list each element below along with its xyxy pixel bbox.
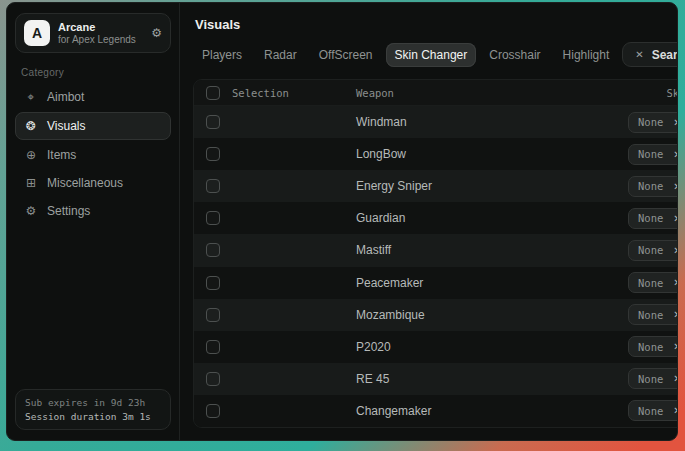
- skin-value: None: [638, 116, 663, 128]
- table-row: Peacemaker None ✕: [194, 267, 678, 299]
- column-header-skin: Skin: [602, 87, 678, 99]
- weapon-rows: Windman None ✕ LongBow None ✕ Energy Sni…: [194, 106, 678, 427]
- skin-select-button[interactable]: None ✕: [628, 112, 678, 133]
- weapon-name: Peacemaker: [356, 276, 602, 290]
- row-checkbox[interactable]: [206, 243, 220, 257]
- profile-text: Arcane for Apex Legends: [58, 21, 143, 45]
- clear-skin-icon[interactable]: ✕: [673, 405, 678, 416]
- skin-value: None: [638, 405, 663, 417]
- table-row: Changemaker None ✕: [194, 395, 678, 427]
- sidebar: A Arcane for Apex Legends ⚙ Category ⌖ A…: [7, 3, 180, 440]
- clear-skin-icon[interactable]: ✕: [673, 245, 678, 256]
- column-header-selection: Selection: [232, 87, 289, 99]
- search-shortcut-icon: ✕: [635, 49, 643, 60]
- skin-select-button[interactable]: None ✕: [628, 144, 678, 165]
- category-label: Category: [21, 67, 165, 78]
- table-header-row: Selection Weapon Skin: [194, 80, 678, 106]
- settings-gear-icon: ⚙: [24, 204, 38, 218]
- sidebar-nav: ⌖ Aimbot ❂ Visuals ⊕ Items ⊞ Miscellaneo…: [15, 84, 171, 224]
- table-row: P2020 None ✕: [194, 331, 678, 363]
- sidebar-item-label: Aimbot: [47, 90, 84, 104]
- row-checkbox[interactable]: [206, 115, 220, 129]
- skin-value: None: [638, 244, 663, 256]
- sidebar-item-label: Settings: [47, 204, 90, 218]
- sidebar-item-miscellaneous[interactable]: ⊞ Miscellaneous: [15, 170, 171, 196]
- page-title: Visuals: [195, 17, 678, 32]
- items-icon: ⊕: [24, 148, 38, 162]
- select-all-checkbox[interactable]: [206, 86, 220, 100]
- skin-value: None: [638, 309, 663, 321]
- tab-crosshair[interactable]: Crosshair: [480, 43, 549, 67]
- skin-select-button[interactable]: None ✕: [628, 400, 678, 421]
- gear-icon[interactable]: ⚙: [151, 26, 162, 40]
- app-window: A Arcane for Apex Legends ⚙ Category ⌖ A…: [6, 2, 678, 441]
- tab-highlight[interactable]: Highlight: [554, 43, 619, 67]
- skin-value: None: [638, 277, 663, 289]
- tab-skin-changer[interactable]: Skin Changer: [386, 43, 477, 67]
- weapon-name: LongBow: [356, 147, 602, 161]
- skin-value: None: [638, 373, 663, 385]
- grid-icon: ⊞: [24, 176, 38, 190]
- sidebar-item-label: Items: [47, 148, 76, 162]
- subscription-card: Sub expires in 9d 23h Session duration 3…: [15, 389, 171, 430]
- table-row: Windman None ✕: [194, 106, 678, 138]
- skin-select-button[interactable]: None ✕: [628, 368, 678, 389]
- profile-card[interactable]: A Arcane for Apex Legends ⚙: [15, 13, 171, 53]
- column-header-weapon: Weapon: [356, 87, 602, 99]
- clear-skin-icon[interactable]: ✕: [673, 309, 678, 320]
- clear-skin-icon[interactable]: ✕: [673, 277, 678, 288]
- table-row: Energy Sniper None ✕: [194, 170, 678, 202]
- weapon-name: Mozambique: [356, 308, 602, 322]
- clear-skin-icon[interactable]: ✕: [673, 181, 678, 192]
- table-row: Mozambique None ✕: [194, 299, 678, 331]
- sidebar-item-label: Visuals: [47, 119, 85, 133]
- weapon-name: RE 45: [356, 372, 602, 386]
- clear-skin-icon[interactable]: ✕: [673, 373, 678, 384]
- crosshair-icon: ⌖: [24, 90, 38, 104]
- skin-select-button[interactable]: None ✕: [628, 272, 678, 293]
- tab-radar[interactable]: Radar: [255, 43, 306, 67]
- app-subtitle: for Apex Legends: [58, 34, 143, 46]
- skin-select-button[interactable]: None ✕: [628, 240, 678, 261]
- clear-skin-icon[interactable]: ✕: [673, 341, 678, 352]
- search-button[interactable]: ✕ Search: [622, 42, 678, 67]
- sub-expires-text: Sub expires in 9d 23h: [25, 397, 161, 408]
- sidebar-item-visuals[interactable]: ❂ Visuals: [15, 112, 171, 140]
- weapon-name: Mastiff: [356, 243, 602, 257]
- tab-players[interactable]: Players: [193, 43, 251, 67]
- row-checkbox[interactable]: [206, 179, 220, 193]
- search-button-label: Search: [652, 48, 678, 62]
- row-checkbox[interactable]: [206, 340, 220, 354]
- row-checkbox[interactable]: [206, 211, 220, 225]
- row-checkbox[interactable]: [206, 276, 220, 290]
- skin-select-button[interactable]: None ✕: [628, 336, 678, 357]
- row-checkbox[interactable]: [206, 147, 220, 161]
- skin-value: None: [638, 341, 663, 353]
- row-checkbox[interactable]: [206, 404, 220, 418]
- skin-select-button[interactable]: None ✕: [628, 304, 678, 325]
- sidebar-item-items[interactable]: ⊕ Items: [15, 142, 171, 168]
- weapon-name: Energy Sniper: [356, 179, 602, 193]
- clear-skin-icon[interactable]: ✕: [673, 117, 678, 128]
- visuals-icon: ❂: [24, 119, 38, 133]
- sidebar-item-aimbot[interactable]: ⌖ Aimbot: [15, 84, 171, 110]
- session-duration-text: Session duration 3m 1s: [25, 411, 161, 422]
- skin-select-button[interactable]: None ✕: [628, 176, 678, 197]
- tab-offscreen[interactable]: OffScreen: [310, 43, 382, 67]
- skin-value: None: [638, 180, 663, 192]
- weapon-name: Guardian: [356, 211, 602, 225]
- weapon-name: Changemaker: [356, 404, 602, 418]
- app-name: Arcane: [58, 21, 143, 34]
- skin-value: None: [638, 212, 663, 224]
- skin-select-button[interactable]: None ✕: [628, 208, 678, 229]
- table-row: Mastiff None ✕: [194, 234, 678, 266]
- tab-bar: Players Radar OffScreen Skin Changer Cro…: [193, 42, 678, 67]
- table-row: RE 45 None ✕: [194, 363, 678, 395]
- clear-skin-icon[interactable]: ✕: [673, 213, 678, 224]
- sidebar-item-settings[interactable]: ⚙ Settings: [15, 198, 171, 224]
- clear-skin-icon[interactable]: ✕: [673, 149, 678, 160]
- row-checkbox[interactable]: [206, 308, 220, 322]
- row-checkbox[interactable]: [206, 372, 220, 386]
- table-row: Guardian None ✕: [194, 202, 678, 234]
- weapon-name: Windman: [356, 115, 602, 129]
